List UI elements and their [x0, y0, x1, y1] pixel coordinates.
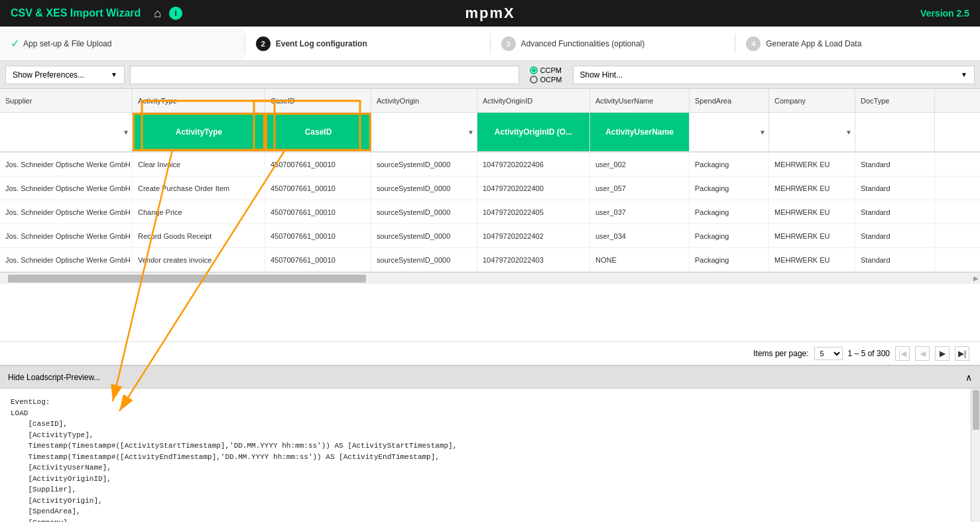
company-dropdown[interactable]	[769, 113, 855, 151]
step-1-label: App set-up & File Upload	[23, 39, 111, 48]
cell-supplier: Jos. Schneider Optische Werke GmbH	[0, 248, 133, 271]
cell-doctype: Standard	[855, 200, 935, 224]
step-4-num: 4	[746, 36, 761, 51]
hint-chevron-icon: ▼	[961, 71, 967, 78]
cell-origin: sourceSystemID_0000	[371, 176, 477, 200]
loadscript-section: Hide Loadscript-Preview... ∧ EventLog: L…	[0, 365, 980, 522]
cell-doctype: Standard	[855, 153, 935, 176]
cell-username: user_002	[590, 153, 690, 176]
activityoriginid-mapped: ActivityOriginID (O...	[477, 113, 589, 151]
header-left: CSV & XES Import Wizard ⌂ i	[11, 7, 182, 21]
step-2-num: 2	[256, 36, 271, 51]
col-header-activitytype: ActivityType	[133, 89, 265, 112]
step-4[interactable]: 4 Generate App & Load Data	[735, 27, 980, 60]
cell-activity: Vendor creates invoice	[133, 248, 265, 271]
activityorigin-dropdown[interactable]	[371, 113, 477, 151]
cell-supplier: Jos. Schneider Optische Werke GmbH	[0, 153, 133, 176]
table-row: Jos. Schneider Optische Werke GmbH Creat…	[0, 176, 980, 200]
cell-username: user_057	[590, 176, 690, 200]
col-header-spendarea: SpendArea	[690, 89, 769, 112]
data-rows: Jos. Schneider Optische Werke GmbH Clear…	[0, 153, 980, 272]
map-activityoriginid: ActivityOriginID (O...	[477, 113, 590, 151]
cell-origin: sourceSystemID_0000	[371, 153, 477, 176]
horizontal-scrollbar[interactable]: ▶	[0, 272, 980, 284]
cell-company: MEHRWERK EU	[769, 200, 855, 224]
hide-loadscript-label: Hide Loadscript-Preview...	[8, 373, 100, 382]
cell-spendarea: Packaging	[690, 153, 769, 176]
v-scroll-thumb[interactable]	[973, 390, 979, 430]
map-doctype	[855, 113, 935, 151]
loadscript-header[interactable]: Hide Loadscript-Preview... ∧	[0, 365, 980, 389]
data-table: Supplier ActivityType CaseID ActivityOri…	[0, 89, 980, 341]
show-hint-button[interactable]: Show Hint... ▼	[573, 66, 975, 84]
col-header-caseid: CaseID	[265, 89, 371, 112]
cell-company: MEHRWERK EU	[769, 153, 855, 176]
cell-username: user_037	[590, 200, 690, 224]
items-per-page-select[interactable]: 5 10 25	[814, 347, 843, 360]
cell-spendarea: Packaging	[690, 200, 769, 224]
info-icon[interactable]: i	[169, 7, 182, 20]
map-spendarea[interactable]: ▼	[690, 113, 769, 151]
supplier-dropdown[interactable]	[0, 113, 132, 151]
spendarea-chevron-icon: ▼	[759, 129, 766, 136]
logo-text: mpmX	[465, 5, 515, 21]
step-2-label: Event Log configuration	[276, 39, 367, 48]
table-row: Jos. Schneider Optische Werke GmbH Vendo…	[0, 248, 980, 272]
h-scroll-thumb[interactable]	[8, 275, 366, 283]
cell-company: MEHRWERK EU	[769, 176, 855, 200]
ocpm-radio[interactable]	[530, 76, 538, 84]
cell-doctype: Standard	[855, 248, 935, 271]
ccpm-radio-row[interactable]: CCPM	[530, 66, 562, 74]
cell-activity: Clear Invoice	[133, 153, 265, 176]
vertical-scrollbar[interactable]	[971, 389, 980, 522]
column-mapping-row: ▼ ActivityType CaseID ▼ ActivityOriginID…	[0, 113, 980, 153]
ocpm-radio-row[interactable]: OCPM	[530, 76, 562, 84]
cell-company: MEHRWERK EU	[769, 224, 855, 247]
ocpm-label: OCPM	[540, 76, 562, 84]
cell-supplier: Jos. Schneider Optische Werke GmbH	[0, 224, 133, 247]
cell-activity: Change Price	[133, 200, 265, 224]
caseid-mapped: CaseID	[267, 115, 369, 149]
cell-username: NONE	[590, 248, 690, 271]
step-1[interactable]: ✓ App set-up & File Upload	[0, 27, 245, 60]
home-icon[interactable]: ⌂	[154, 7, 161, 21]
cell-originid: 104797202022406	[477, 153, 590, 176]
table-row: Jos. Schneider Optische Werke GmbH Chang…	[0, 200, 980, 224]
ccpm-radio[interactable]	[530, 66, 538, 74]
show-prefs-label: Show Preferences...	[13, 70, 84, 80]
prev-page-button[interactable]: ◀	[915, 346, 930, 361]
show-preferences-button[interactable]: Show Preferences... ▼	[5, 66, 125, 84]
activityorigin-chevron-icon: ▼	[467, 129, 474, 136]
header: CSV & XES Import Wizard ⌂ i mpmX Version…	[0, 0, 980, 27]
spendarea-dropdown[interactable]	[690, 113, 768, 151]
cell-caseid: 4507007661_00010	[265, 176, 371, 200]
col-header-activityusername: ActivityUserName	[590, 89, 690, 112]
cell-caseid: 4507007661_00010	[265, 153, 371, 176]
pagination: Items per page: 5 10 25 1 – 5 of 300 |◀ …	[0, 341, 980, 365]
col-header-activityorigin: ActivityOrigin	[371, 89, 477, 112]
company-chevron-icon: ▼	[845, 129, 852, 136]
map-supplier[interactable]: ▼	[0, 113, 133, 151]
prefs-chevron-icon: ▼	[111, 71, 117, 78]
col-header-doctype: DocType	[855, 89, 935, 112]
cell-origin: sourceSystemID_0000	[371, 200, 477, 224]
step-3[interactable]: 3 Advanced Functionalities (optional)	[491, 27, 735, 60]
cell-doctype: Standard	[855, 224, 935, 247]
first-page-button[interactable]: |◀	[895, 346, 910, 361]
map-company[interactable]: ▼	[769, 113, 855, 151]
ccpm-label: CCPM	[540, 66, 562, 74]
cell-originid: 104797202022403	[477, 248, 590, 271]
step-2[interactable]: 2 Event Log configuration	[245, 27, 490, 60]
version: Version 2.5	[920, 8, 969, 19]
cell-caseid: 4507007661_00010	[265, 200, 371, 224]
app-title: CSV & XES Import Wizard	[11, 7, 141, 19]
col-header-activityoriginid: ActivityOriginID	[477, 89, 590, 112]
cell-caseid: 4507007661_00010	[265, 248, 371, 271]
col-header-company: Company	[769, 89, 855, 112]
next-page-button[interactable]: ▶	[935, 346, 949, 361]
cell-originid: 104797202022402	[477, 224, 590, 247]
cell-company: MEHRWERK EU	[769, 248, 855, 271]
last-page-button[interactable]: ▶|	[955, 346, 969, 361]
loadscript-content: EventLog: LOAD [caseID], [ActivityType],…	[0, 389, 980, 522]
map-activityorigin[interactable]: ▼	[371, 113, 477, 151]
